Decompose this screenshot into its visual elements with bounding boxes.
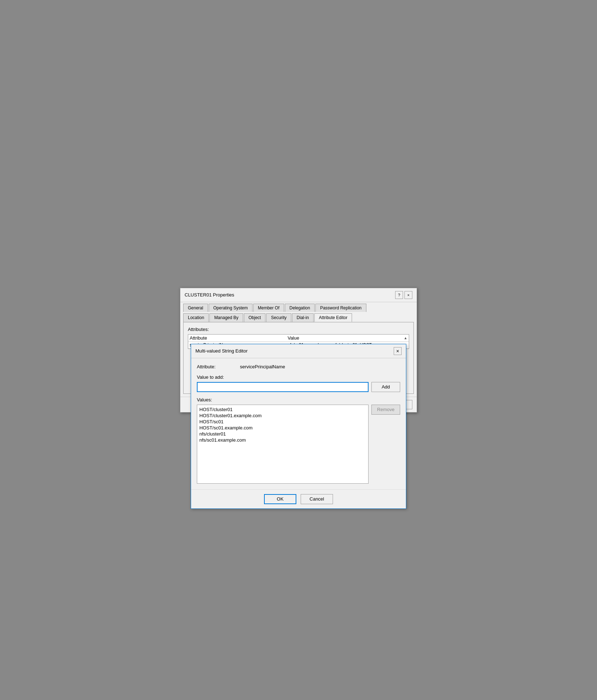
list-item[interactable]: HOST/cluster01: [199, 406, 367, 413]
list-item[interactable]: HOST/cluster01.example.com: [199, 413, 367, 419]
tab-operating-system[interactable]: Operating System: [209, 304, 253, 312]
tab-managed-by[interactable]: Managed By: [209, 313, 243, 322]
remove-button[interactable]: Remove: [371, 405, 400, 415]
tab-content-area: Attributes: Attribute Value ▲ servicePri…: [183, 322, 414, 394]
modal-body: Attribute: servicePrincipalName Value to…: [191, 358, 406, 489]
tab-location[interactable]: Location: [183, 313, 209, 322]
attr-header-row: Attribute Value ▲: [188, 335, 409, 342]
col-header-value: Value: [288, 335, 397, 341]
chevron-up-icon: ▲: [404, 336, 407, 340]
value-to-add-input[interactable]: [197, 382, 369, 392]
modal-value-to-add-label: Value to add:: [197, 374, 400, 380]
tab-delegation[interactable]: Delegation: [285, 304, 315, 312]
tab-member-of[interactable]: Member Of: [253, 304, 284, 312]
tab-object[interactable]: Object: [244, 313, 266, 322]
modal-attribute-label: Attribute:: [197, 364, 240, 369]
list-item[interactable]: nfs/cluster01: [199, 431, 367, 437]
values-listbox[interactable]: HOST/cluster01HOST/cluster01.example.com…: [197, 405, 369, 484]
tab-dial-in[interactable]: Dial-in: [292, 313, 314, 322]
modal-close-button[interactable]: ×: [394, 347, 402, 355]
scrollbar-up[interactable]: ▲: [397, 335, 407, 341]
tabs-row-1: GeneralOperating SystemMember OfDelegati…: [180, 302, 417, 312]
modal-dialog: Multi-valued String Editor × Attribute: …: [191, 344, 406, 509]
list-item[interactable]: nfs/sc01.example.com: [199, 437, 367, 443]
help-button[interactable]: ?: [395, 291, 403, 299]
outer-window: CLUSTER01 Properties ? × GeneralOperatin…: [180, 288, 417, 413]
attributes-label: Attributes:: [188, 327, 409, 332]
tab-security[interactable]: Security: [266, 313, 291, 322]
window-title: CLUSTER01 Properties: [185, 292, 234, 298]
modal-title: Multi-valued String Editor: [195, 348, 247, 354]
ok-button[interactable]: OK: [264, 494, 296, 504]
modal-footer: OK Cancel: [191, 489, 406, 508]
title-bar-controls: ? ×: [395, 291, 412, 299]
cancel-button[interactable]: Cancel: [301, 494, 333, 504]
add-button[interactable]: Add: [371, 382, 400, 392]
tab-general[interactable]: General: [183, 304, 208, 312]
modal-attribute-row: Attribute: servicePrincipalName: [197, 364, 400, 369]
title-bar: CLUSTER01 Properties ? ×: [180, 288, 417, 302]
col-header-attribute: Attribute: [190, 335, 288, 341]
close-button[interactable]: ×: [404, 291, 412, 299]
tab-attribute-editor[interactable]: Attribute Editor: [314, 313, 352, 322]
modal-attribute-value: servicePrincipalName: [240, 364, 285, 369]
modal-input-row: Add: [197, 382, 400, 392]
tabs-row-2: LocationManaged ByObjectSecurityDial-inA…: [180, 312, 417, 322]
modal-title-bar: Multi-valued String Editor ×: [191, 344, 406, 358]
tab-password-replication[interactable]: Password Replication: [315, 304, 366, 312]
list-item[interactable]: HOST/sc01.example.com: [199, 425, 367, 431]
list-item[interactable]: HOST/sc01: [199, 419, 367, 425]
modal-values-row: HOST/cluster01HOST/cluster01.example.com…: [197, 405, 400, 484]
modal-values-label: Values:: [197, 397, 400, 402]
